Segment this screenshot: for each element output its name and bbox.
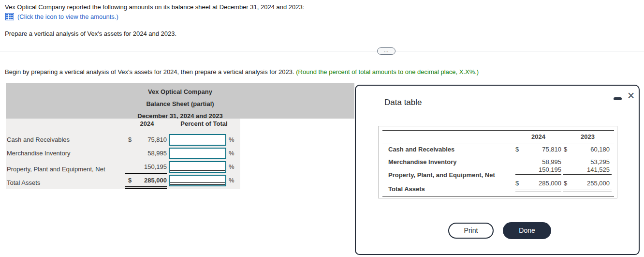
instruction-line: Begin by preparing a vertical analysis o…: [5, 68, 479, 76]
row-label: Cash and Receivables: [7, 136, 70, 143]
row-amount: 75,810: [125, 136, 167, 143]
dollar-sign: $: [564, 146, 567, 153]
double-rule-2023-top: [563, 190, 612, 190]
worksheet-company-name: Vex Optical Company: [6, 86, 354, 98]
percent-sign: %: [229, 163, 234, 170]
minimize-button[interactable]: [612, 94, 624, 103]
dollar-sign: $: [515, 146, 519, 153]
worksheet-title-band: Vex Optical Company Balance Sheet (parti…: [6, 83, 354, 119]
data-table-modal: Data table × 2024 2023 Cash and Receivab…: [355, 85, 640, 255]
percent-sign: %: [229, 177, 234, 184]
row-label: Total Assets: [388, 185, 425, 193]
modal-data-table: 2024 2023 Cash and Receivables $ 75,810 …: [378, 126, 617, 198]
worksheet-column-headers: 2024 Percent of Total: [6, 119, 240, 131]
section-expander-button[interactable]: ...: [377, 47, 395, 55]
row-label: Property, Plant, and Equipment, Net: [388, 171, 495, 179]
double-rule-2024-bottom: [515, 192, 561, 192]
section-divider: [0, 51, 644, 51]
row-label: Merchandise Inventory: [7, 150, 71, 157]
worksheet-col-2024: 2024: [127, 120, 167, 129]
table-top-rule: [382, 130, 614, 131]
worksheet-body: Cash and Receivables $ 75,810 % Merchand…: [6, 131, 240, 189]
row-label: Total Assets: [7, 179, 40, 186]
instruction-rounding-note: (Round the percent of total amounts to o…: [296, 68, 479, 76]
amount: 60,180: [590, 146, 610, 153]
table-bottom-rule: [382, 197, 614, 197]
worksheet-row-ppe: Property, Plant and Equipment, Net 150,1…: [6, 160, 240, 174]
row-amount: 285,000: [125, 177, 167, 184]
col-header-2024: 2024: [515, 133, 561, 140]
data-table-icon[interactable]: [5, 13, 14, 20]
amount: 285,000: [539, 180, 561, 187]
percent-input-total[interactable]: [169, 175, 226, 186]
worksheet-row-cash: Cash and Receivables $ 75,810 %: [6, 133, 240, 147]
amount: 75,810: [542, 146, 561, 153]
single-rule-2024: [515, 174, 561, 175]
row-label: Property, Plant and Equipment, Net: [7, 166, 105, 173]
minimize-icon: [614, 97, 622, 100]
amount: 255,000: [587, 180, 610, 187]
row-label: Merchandise Inventory: [388, 158, 457, 166]
header-rule: [382, 143, 614, 143]
dollar-sign: $: [564, 180, 567, 187]
modal-title: Data table: [384, 98, 422, 107]
problem-task: Prepare a vertical analysis of Vex's ass…: [5, 30, 176, 37]
amount: 53,295: [590, 158, 610, 166]
worksheet-row-inventory: Merchandise Inventory 58,995 %: [6, 147, 240, 160]
worksheet-statement-name: Balance Sheet (partial): [6, 98, 354, 110]
problem-intro: Vex Optical Company reported the followi…: [5, 3, 304, 11]
row-label: Cash and Receivables: [388, 146, 454, 153]
row-amount: 150,195: [125, 163, 167, 170]
page: Vex Optical Company reported the followi…: [0, 0, 644, 257]
amount: 141,525: [587, 166, 610, 173]
done-button[interactable]: Done: [503, 222, 551, 239]
double-rule-2023-bottom: [563, 192, 612, 192]
col-header-2023: 2023: [565, 133, 611, 140]
icon-row: (Click the icon to view the amounts.): [5, 13, 118, 20]
worksheet-row-total: Total Assets $ 285,000 %: [6, 174, 240, 187]
print-button[interactable]: Print: [448, 223, 494, 239]
amount: 58,995: [542, 158, 561, 166]
worksheet-col-percent-of-total: Percent of Total: [169, 120, 239, 129]
amount: 150,195: [539, 166, 561, 173]
instruction-text: Begin by preparing a vertical analysis o…: [5, 68, 296, 76]
percent-sign: %: [229, 136, 234, 143]
double-rule-bottom: [125, 188, 167, 189]
percent-input-inventory[interactable]: [169, 148, 226, 159]
single-rule-2023: [563, 174, 612, 175]
close-icon[interactable]: ×: [625, 89, 637, 102]
percent-input-cash[interactable]: [169, 134, 226, 146]
percent-input-ppe[interactable]: [169, 161, 226, 173]
percent-sign: %: [229, 150, 234, 157]
view-amounts-link[interactable]: (Click the icon to view the amounts.): [17, 13, 118, 20]
double-rule-top: [125, 186, 167, 187]
row-amount: 58,995: [125, 150, 167, 157]
dollar-sign: $: [515, 180, 519, 187]
double-rule-2024-top: [515, 190, 561, 190]
